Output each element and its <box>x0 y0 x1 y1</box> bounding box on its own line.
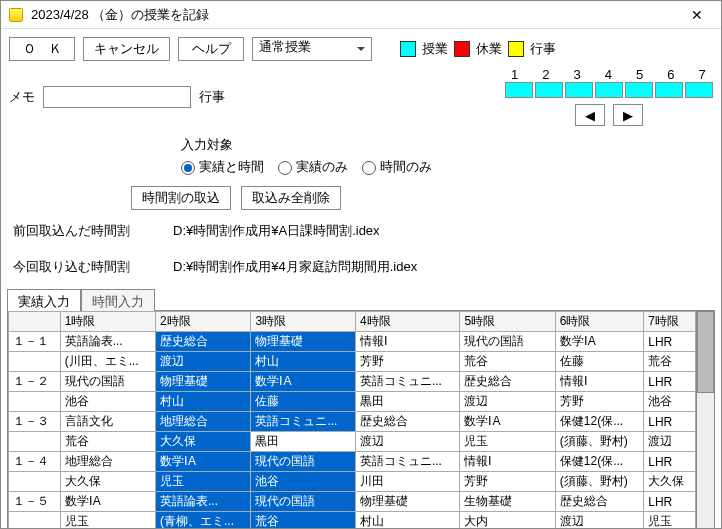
cell[interactable]: 荒谷 <box>251 512 356 530</box>
cell[interactable]: 佐藤 <box>251 392 356 412</box>
tab-time[interactable]: 時間入力 <box>81 289 155 311</box>
cell[interactable]: 児玉 <box>156 472 251 492</box>
cell[interactable]: 池谷 <box>644 392 696 412</box>
cell[interactable]: (須藤、野村) <box>555 472 643 492</box>
radio-opt-2[interactable]: 実績のみ <box>278 158 348 176</box>
cell[interactable]: 歴史総合 <box>355 412 460 432</box>
cell[interactable]: 荒谷 <box>460 352 555 372</box>
cell[interactable]: 渡辺 <box>555 512 643 530</box>
cell[interactable]: 情報Ⅰ <box>355 332 460 352</box>
cell[interactable]: 数学ⅠA <box>460 412 555 432</box>
scrollbar[interactable] <box>696 311 714 529</box>
row-header[interactable]: １－３ <box>9 412 61 432</box>
col-header[interactable]: 1時限 <box>60 312 155 332</box>
cell[interactable]: 物理基礎 <box>251 332 356 352</box>
cell[interactable]: 池谷 <box>60 392 155 412</box>
ok-button[interactable]: Ｏ Ｋ <box>9 37 75 61</box>
day-box[interactable] <box>565 82 593 98</box>
cell[interactable]: 大久保 <box>60 472 155 492</box>
radio-input-2[interactable] <box>278 161 292 175</box>
cell[interactable]: 現代の国語 <box>251 492 356 512</box>
cell[interactable]: 情報Ⅰ <box>555 372 643 392</box>
row-header[interactable]: １－４ <box>9 452 61 472</box>
cell[interactable]: 黒田 <box>251 432 356 452</box>
cell[interactable]: 物理基礎 <box>156 372 251 392</box>
cell[interactable]: 保健12(保... <box>555 452 643 472</box>
cell[interactable]: 佐藤 <box>555 352 643 372</box>
cell[interactable]: 荒谷 <box>644 352 696 372</box>
cell[interactable]: 情報Ⅰ <box>460 452 555 472</box>
cell[interactable]: 言語文化 <box>60 412 155 432</box>
day-box[interactable] <box>655 82 683 98</box>
day-box[interactable] <box>535 82 563 98</box>
prev-button[interactable]: ◀ <box>575 104 605 126</box>
col-header[interactable]: 4時限 <box>355 312 460 332</box>
cancel-button[interactable]: キャンセル <box>83 37 170 61</box>
cell[interactable]: 英語論表... <box>60 332 155 352</box>
next-button[interactable]: ▶ <box>613 104 643 126</box>
cell[interactable]: 英語コミュニ... <box>251 412 356 432</box>
row-header[interactable]: １－５ <box>9 492 61 512</box>
cell[interactable]: 児玉 <box>60 512 155 530</box>
cell[interactable]: 児玉 <box>644 512 696 530</box>
cell[interactable]: 地理総合 <box>60 452 155 472</box>
radio-opt-1[interactable]: 実績と時間 <box>181 158 264 176</box>
memo-input[interactable] <box>43 86 191 108</box>
col-header[interactable]: 3時限 <box>251 312 356 332</box>
cell[interactable]: (川田、エミ... <box>60 352 155 372</box>
cell[interactable]: 大久保 <box>644 472 696 492</box>
cell[interactable]: LHR <box>644 332 696 352</box>
cell[interactable]: 生物基礎 <box>460 492 555 512</box>
timetable[interactable]: 1時限2時限3時限4時限5時限6時限7時限１－１英語論表...歴史総合物理基礎情… <box>8 311 696 529</box>
cell[interactable]: (青柳、エミ... <box>156 512 251 530</box>
cell[interactable]: 児玉 <box>460 432 555 452</box>
cell[interactable]: LHR <box>644 372 696 392</box>
cell[interactable]: 黒田 <box>355 392 460 412</box>
day-box[interactable] <box>685 82 713 98</box>
cell[interactable]: 芳野 <box>555 392 643 412</box>
col-header[interactable]: 2時限 <box>156 312 251 332</box>
cell[interactable]: 英語論表... <box>156 492 251 512</box>
cell[interactable]: 川田 <box>355 472 460 492</box>
cell[interactable]: 英語コミュニ... <box>355 372 460 392</box>
cell[interactable]: 池谷 <box>251 472 356 492</box>
cell[interactable]: 現代の国語 <box>251 452 356 472</box>
cell[interactable]: LHR <box>644 412 696 432</box>
row-header[interactable]: １－２ <box>9 372 61 392</box>
close-button[interactable]: ✕ <box>681 3 713 27</box>
row-header[interactable] <box>9 352 61 372</box>
cell[interactable]: 保健12(保... <box>555 412 643 432</box>
cell[interactable]: 芳野 <box>355 352 460 372</box>
cell[interactable]: 歴史総合 <box>555 492 643 512</box>
row-header[interactable] <box>9 432 61 452</box>
day-box[interactable] <box>625 82 653 98</box>
cell[interactable]: 現代の国語 <box>460 332 555 352</box>
cell[interactable]: 渡辺 <box>644 432 696 452</box>
cell[interactable]: 大内 <box>460 512 555 530</box>
help-button[interactable]: ヘルプ <box>178 37 244 61</box>
tab-actual[interactable]: 実績入力 <box>7 289 81 311</box>
cell[interactable]: 現代の国語 <box>60 372 155 392</box>
cell[interactable]: 渡辺 <box>355 432 460 452</box>
cell[interactable]: 村山 <box>355 512 460 530</box>
day-box[interactable] <box>505 82 533 98</box>
cell[interactable]: 物理基礎 <box>355 492 460 512</box>
row-header[interactable] <box>9 512 61 530</box>
cell[interactable]: 村山 <box>251 352 356 372</box>
cell[interactable]: 大久保 <box>156 432 251 452</box>
col-header[interactable]: 7時限 <box>644 312 696 332</box>
type-select[interactable]: 通常授業 <box>252 37 372 61</box>
cell[interactable]: LHR <box>644 452 696 472</box>
cell[interactable]: 英語コミュニ... <box>355 452 460 472</box>
radio-input-1[interactable] <box>181 161 195 175</box>
day-box[interactable] <box>595 82 623 98</box>
cell[interactable]: 歴史総合 <box>460 372 555 392</box>
cell[interactable]: 地理総合 <box>156 412 251 432</box>
cell[interactable]: (須藤、野村) <box>555 432 643 452</box>
cell[interactable]: 数学ⅠA <box>555 332 643 352</box>
col-header[interactable] <box>9 312 61 332</box>
row-header[interactable] <box>9 392 61 412</box>
cell[interactable]: 数学ⅠA <box>60 492 155 512</box>
cell[interactable]: 数学ⅠA <box>156 452 251 472</box>
cell[interactable]: LHR <box>644 492 696 512</box>
